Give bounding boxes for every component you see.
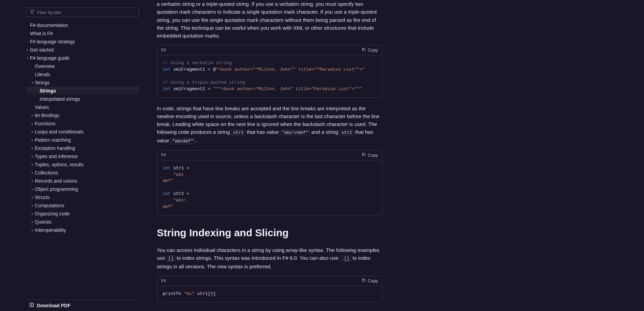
copy-icon xyxy=(362,278,366,284)
toc-item[interactable]: ▸Get started xyxy=(26,46,139,54)
chevron-right-icon: ▸ xyxy=(31,114,34,117)
chevron-right-icon: ▸ xyxy=(31,196,34,199)
chevron-right-icon: ▸ xyxy=(31,171,34,174)
section-heading: String Indexing and Slicing xyxy=(157,225,383,241)
download-pdf-button[interactable]: Download PDF xyxy=(26,299,139,311)
code-lang-label: F# xyxy=(161,152,166,158)
code-lang-label: F# xyxy=(161,47,166,54)
toc-item[interactable]: ▸Exception handling xyxy=(26,144,139,152)
copy-icon xyxy=(362,47,366,54)
chevron-right-icon: ▸ xyxy=(31,187,34,191)
toc-item-label: Interoperability xyxy=(35,227,66,233)
toc-item-label: Computations xyxy=(35,203,64,208)
toc-item[interactable]: ▸Collections xyxy=(26,169,139,177)
toc-item-label: Collections xyxy=(35,170,58,175)
code-block: F# Copy // Using a verbatim string let x… xyxy=(157,45,383,97)
chevron-right-icon: ▸ xyxy=(31,228,34,232)
toc-item-label: Strings xyxy=(35,80,50,85)
inline-code: "abc\ndef" xyxy=(280,130,310,136)
toc-item[interactable]: Interpolated strings xyxy=(26,95,139,103)
toc-item[interactable]: ▸Tuples, options, results xyxy=(26,160,139,169)
toc-item[interactable]: ▸Pattern matching xyxy=(26,136,139,144)
toc-item-label: let Bindings xyxy=(35,113,59,118)
code-content: // Using a verbatim string let xmlFragme… xyxy=(157,55,382,97)
inline-code: str1 xyxy=(231,130,245,136)
filter-input[interactable] xyxy=(34,10,135,15)
inline-code: .[] xyxy=(340,256,351,261)
copy-label: Copy xyxy=(368,152,378,159)
chevron-right-icon: ▸ xyxy=(31,163,34,166)
copy-label: Copy xyxy=(368,278,378,284)
chevron-right-icon: ▸ xyxy=(31,204,34,207)
toc-item-label: Exception handling xyxy=(35,145,75,151)
toc-item[interactable]: ▾Strings xyxy=(26,79,139,87)
toc-item[interactable]: ▸Records and unions xyxy=(26,177,139,185)
toc-item-label: Tuples, options, results xyxy=(35,162,84,167)
toc-item[interactable]: ▸Object programming xyxy=(26,185,139,193)
chevron-down-icon: ▾ xyxy=(26,56,29,60)
toc-item-label: F# language strategy xyxy=(30,39,75,44)
chevron-right-icon: ▸ xyxy=(26,48,29,52)
toc-item[interactable]: ▸Computations xyxy=(26,201,139,210)
toc-item[interactable]: Strings xyxy=(26,87,139,95)
chevron-down-icon: ▾ xyxy=(31,81,34,84)
right-gutter xyxy=(394,0,644,311)
toc-item-label: Pattern matching xyxy=(35,137,71,143)
chevron-right-icon: ▸ xyxy=(31,146,34,150)
filter-box[interactable] xyxy=(26,8,139,17)
copy-icon xyxy=(362,152,366,159)
toc-item-label: Object programming xyxy=(35,186,78,192)
code-block: F# Copy printfn "%c" str1[1] xyxy=(157,276,383,302)
toc-item[interactable]: What is F# xyxy=(26,29,139,38)
toc-item-label: Functions xyxy=(35,121,56,126)
toc-item-label: Organizing code xyxy=(35,211,70,216)
toc-item[interactable]: ▸Structs xyxy=(26,193,139,201)
toc-item[interactable]: ▾F# language guide xyxy=(26,54,139,62)
toc-item[interactable]: Values xyxy=(26,103,139,111)
code-content: let str1 = "abc def" let str2 = "abc\ de… xyxy=(157,160,382,215)
inline-code: "abcdef" xyxy=(170,138,195,144)
chevron-right-icon: ▸ xyxy=(31,138,34,142)
toc-item[interactable]: ▸Loops and conditionals xyxy=(26,128,139,136)
download-icon xyxy=(29,302,34,308)
article-content: a verbatim string or a triple-quoted str… xyxy=(146,0,394,311)
toc-item-label: F# language guide xyxy=(30,55,70,61)
toc-item[interactable]: ▸Interoperability xyxy=(26,226,139,234)
toc-item[interactable]: ▸let Bindings xyxy=(26,111,139,119)
toc-item-label: What is F# xyxy=(30,31,53,36)
chevron-right-icon: ▸ xyxy=(31,155,34,158)
chevron-right-icon: ▸ xyxy=(31,220,34,224)
toc-item-label: Interpolated strings xyxy=(40,96,80,102)
chevron-right-icon: ▸ xyxy=(31,122,34,125)
copy-button[interactable]: Copy xyxy=(362,47,378,54)
toc-item-label: Types and inference xyxy=(35,154,78,159)
filter-icon xyxy=(30,10,34,15)
inline-code: str2 xyxy=(340,130,354,136)
toc-item[interactable]: ▸Organizing code xyxy=(26,210,139,218)
chevron-right-icon: ▸ xyxy=(31,130,34,133)
toc-item[interactable]: ▸Types and inference xyxy=(26,152,139,160)
toc-item-label: F# documentation xyxy=(30,23,68,28)
copy-button[interactable]: Copy xyxy=(362,152,378,159)
toc-item-label: Overview xyxy=(35,63,55,69)
toc-item[interactable]: ▸Queries xyxy=(26,218,139,226)
chevron-right-icon: ▸ xyxy=(31,179,34,183)
toc-item-label: Literals xyxy=(35,72,50,77)
paragraph: a verbatim string or a triple-quoted str… xyxy=(157,0,383,40)
sidebar: F# documentationWhat is F#F# language st… xyxy=(0,0,146,311)
table-of-contents: F# documentationWhat is F#F# language st… xyxy=(26,21,139,299)
toc-item[interactable]: ▸Functions xyxy=(26,119,139,128)
inline-code: [] xyxy=(166,256,175,261)
toc-item-label: Loops and conditionals xyxy=(35,129,84,135)
toc-item[interactable]: F# documentation xyxy=(26,21,139,29)
toc-item[interactable]: Literals xyxy=(26,70,139,79)
copy-button[interactable]: Copy xyxy=(362,278,378,284)
code-content: printfn "%c" str1[1] xyxy=(157,286,382,302)
toc-item-label: Queries xyxy=(35,219,51,225)
toc-item-label: Strings xyxy=(40,88,56,94)
toc-item-label: Get started xyxy=(30,47,54,53)
paragraph: You can access individual characters in … xyxy=(157,246,383,270)
code-lang-label: F# xyxy=(161,278,166,284)
toc-item[interactable]: Overview xyxy=(26,62,139,70)
toc-item[interactable]: F# language strategy xyxy=(26,38,139,46)
